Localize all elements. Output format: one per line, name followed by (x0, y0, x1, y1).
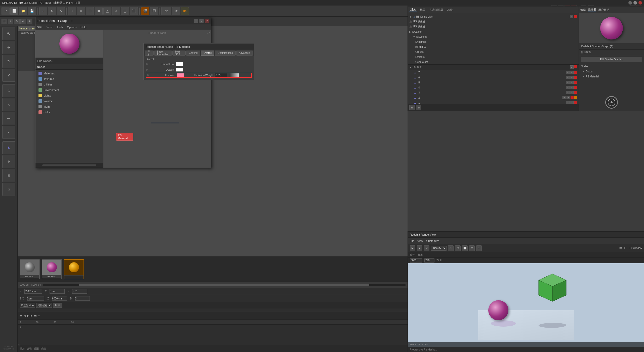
coord-y-input[interactable] (50, 289, 65, 294)
tree-item-textures[interactable]: Textures (35, 76, 103, 82)
right-tab-editor[interactable]: 编辑器 (588, 8, 596, 12)
dialog-menu-options[interactable]: Options (67, 26, 76, 29)
scene-obj-6[interactable]: ▲ 6 ✓ ✓ (408, 75, 579, 80)
scene-obj-groups[interactable]: Groups (408, 49, 579, 54)
mat-thumb-3[interactable] (64, 259, 84, 279)
scene-tab-structure[interactable]: 构造 (446, 8, 454, 12)
render-canvas[interactable]: Frame: 77 - 4.00s (408, 263, 644, 347)
obj6-cb[interactable]: ✓ (566, 76, 570, 79)
sidebar-polygon-btn[interactable]: △ (2, 98, 15, 111)
obj3-cb2[interactable]: ✓ (570, 91, 574, 94)
lo-expand[interactable]: ▼ (409, 66, 412, 69)
sidebar-rotate-btn[interactable]: ↻ (2, 55, 15, 68)
new-btn[interactable]: ⬜ (10, 7, 18, 15)
sidebar-move-btn[interactable]: ✛ (2, 41, 15, 54)
dialog-titlebar[interactable]: Redshift Shader Graph - 1 ─ □ ✕ (35, 17, 211, 24)
tree-item-volume[interactable]: Volume (35, 98, 103, 104)
tree-item-environment[interactable]: Environment (35, 87, 103, 93)
right-tab-edit[interactable]: 编辑 (580, 8, 586, 12)
render-grid-btn[interactable]: ⊞ (455, 245, 461, 251)
save-btn[interactable]: 💾 (28, 7, 36, 15)
scene-tab-content[interactable]: 内容浏览器 (428, 8, 444, 12)
maximize-btn[interactable] (633, 1, 637, 5)
sidebar-plugin-btn[interactable]: ⚙ (2, 155, 15, 168)
node-output[interactable]: Output (581, 69, 642, 74)
tool3-btn[interactable]: ⬢ (95, 7, 103, 15)
emission-weight-input[interactable] (215, 73, 227, 77)
tree-item-lights[interactable]: Lights (35, 93, 103, 98)
render-mode-select[interactable]: Beauty (431, 246, 447, 251)
render-region-btn[interactable]: ◎ (469, 245, 475, 251)
dialog-maximize-btn[interactable]: □ (199, 19, 204, 23)
coord-x-input[interactable] (24, 289, 42, 294)
tool7-btn[interactable]: ⬛ (130, 7, 138, 15)
dialog-minimize-btn[interactable]: ─ (194, 19, 198, 23)
scene-footer-btn1[interactable]: ⊞ (409, 105, 415, 110)
dialog-menu-help[interactable]: Help (80, 26, 86, 29)
scene-obj-generators[interactable]: Generators (408, 59, 579, 64)
scene-obj-camera2[interactable]: 🎥 RS 摄像机 (408, 24, 579, 29)
dialog-menu-view[interactable]: View (47, 26, 53, 29)
tab-coating[interactable]: Coating (186, 51, 200, 56)
tab-advanced[interactable]: Advanced (236, 51, 253, 56)
frame-range-slider[interactable] (43, 284, 406, 286)
rv-menu-customize[interactable]: Customize (426, 239, 439, 242)
tool4-btn[interactable]: △ (103, 7, 111, 15)
minimize-btn[interactable] (628, 1, 632, 5)
timeline-tracks[interactable]: 0 F (18, 325, 408, 345)
tool5-btn[interactable]: ○ (112, 7, 120, 15)
scene-tab-objects[interactable]: 对象 (409, 8, 417, 12)
tb2-btn5[interactable]: ⊞ (27, 19, 32, 24)
obj6-cb2[interactable]: ✓ (570, 76, 574, 79)
obj5-cb[interactable]: ✓ (566, 81, 570, 84)
obj4-cb2[interactable]: ✓ (570, 86, 574, 89)
obj2-cb2[interactable]: ✓ (567, 96, 570, 99)
scene-obj-4[interactable]: ▲ 4 ✓ ✓ (408, 85, 579, 90)
render-channels-btn[interactable]: ⬜ (462, 245, 468, 251)
emission-weight-slider[interactable] (229, 73, 239, 77)
tab-optimizations[interactable]: Optimizations (215, 51, 236, 56)
rs-btn[interactable]: RS (181, 7, 189, 15)
rs-material-node[interactable]: RS Material Out Color (116, 133, 133, 138)
obj2-cb[interactable]: ✓ (562, 96, 566, 99)
tab-multi-sss[interactable]: Multi-SSS (172, 51, 185, 56)
tb2-btn2[interactable]: + (8, 19, 13, 24)
scene-obj-3[interactable]: ▲ 3 ✓ ✓ (408, 90, 579, 95)
mat-thumb-1[interactable]: RS Mate (20, 259, 40, 279)
sidebar-scale-btn[interactable]: ⤢ (2, 69, 15, 82)
node-rs-material[interactable]: RS Material (581, 74, 642, 79)
mode-select2[interactable]: 局部坐标 (36, 303, 52, 308)
rv-menu-view[interactable]: View (417, 239, 423, 242)
scene-obj-emitters[interactable]: Emitters (408, 54, 579, 59)
coord-z-input[interactable] (72, 289, 87, 294)
obj4-cb[interactable]: ✓ (566, 86, 570, 89)
tool6-btn[interactable]: ▢ (121, 7, 129, 15)
tree-item-materials[interactable]: Materials (35, 71, 103, 76)
mat-thumb-2[interactable]: RS Mate (42, 259, 62, 279)
size-z-input[interactable] (75, 296, 90, 301)
scene-obj-iocache[interactable]: ▶ ioCache (408, 29, 579, 34)
tree-item-utilities[interactable]: Utilities (35, 82, 103, 87)
sidebar-grid-btn[interactable]: ⊞ (2, 169, 15, 182)
dialog-menu-edit[interactable]: 编辑 (37, 25, 43, 29)
undo-btn[interactable]: ↩ (2, 7, 10, 15)
render-frame-from[interactable] (410, 258, 422, 262)
apply-btn[interactable]: 应用 (53, 303, 62, 308)
lo-vis-cb[interactable]: ✓ (570, 65, 574, 69)
obj7-cb2[interactable]: ✓ (570, 71, 574, 74)
tab-base[interactable]: 基本 (145, 51, 154, 56)
edit-shader-graph-btn[interactable]: Edit Shader Graph... (581, 57, 642, 62)
render2-btn[interactable]: 🎞 (150, 7, 158, 15)
rv-menu-file[interactable]: File (410, 239, 414, 242)
timeline-prev[interactable]: ◀ (24, 314, 26, 317)
timeline-play[interactable]: ▶ (27, 314, 29, 317)
size-y-input[interactable] (52, 296, 67, 301)
tool1-btn[interactable]: ◈ (77, 7, 85, 15)
sidebar-point-btn[interactable]: • (2, 126, 15, 139)
tb2-btn4[interactable]: ⊕ (20, 19, 26, 24)
size-x-input[interactable] (27, 296, 44, 301)
expand-graph-btn[interactable]: ⤢ (207, 31, 210, 35)
timeline-record[interactable]: ● (38, 314, 40, 317)
add-btn[interactable]: + (68, 7, 76, 15)
tool2-btn[interactable]: ⬡ (86, 7, 94, 15)
